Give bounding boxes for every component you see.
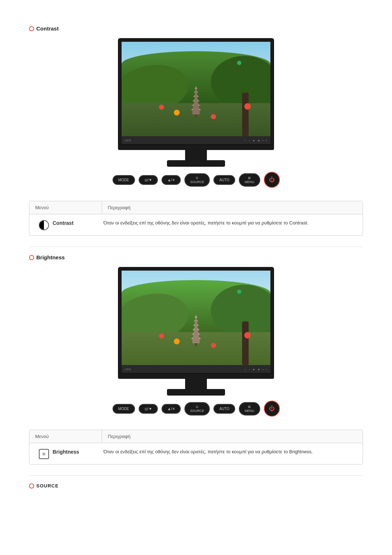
svg-rect-18 [194,330,198,335]
contrast-circle-icon [29,26,34,31]
monitor-stand-base-2 [167,389,225,396]
brightness-description: Όταν οι ενδείξεις επί της οθόνης δεν είν… [103,448,357,456]
divider-2 [29,475,363,476]
contrast-monitor: LED – – ▲ ▲ • • MODE ◎/▼ ▲/✳ ⊙ SOURCE AU… [29,38,363,188]
contrast-label: Contrast [53,219,103,226]
brightness-col-menu: Μενού [29,430,102,443]
monitor-stand-neck-1 [185,150,207,160]
nav-label-2: ◎/▼ [144,407,152,411]
monitor-stand-base-1 [167,160,225,167]
monitor-frame-1: LED – – ▲ ▲ • • [118,38,274,145]
updown-button-2[interactable]: ▲/✳ [162,404,181,414]
brightness-heading-text: Brightness [36,254,65,260]
monitor-screen-1 [122,42,270,136]
nav-button-1[interactable]: ◎/▼ [139,175,158,185]
divider-1 [29,247,363,247]
monitor-bottom-bar-1: LED – – ▲ ▲ • • [122,136,270,144]
pagoda-1 [185,81,207,117]
contrast-icon-cell [35,219,53,230]
contrast-col-menu: Μενού [29,201,102,214]
brightness-label: Brightness [53,448,103,455]
updown-label-2: ▲/✳ [167,407,175,411]
contrast-table-body: Contrast Όταν οι ενδείξεις επί της οθόνη… [29,214,363,235]
svg-rect-5 [194,101,198,106]
svg-rect-20 [195,326,197,330]
mode-label-2: MODE [118,407,129,411]
page-content: Contrast [0,0,392,510]
svg-rect-3 [193,106,199,110]
source-heading-text: SOURCE [36,483,59,489]
brightness-table-body: ✳ Brightness Όταν οι ενδείξεις επί της ο… [29,443,363,464]
contrast-table-header: Μενού Περιγραφή [29,201,363,214]
svg-rect-16 [193,335,199,339]
auto-button-1[interactable]: AUTO [213,175,235,185]
menu-button-2[interactable]: ⊞ MENU [239,402,260,416]
svg-rect-7 [195,97,197,101]
svg-marker-25 [195,315,197,318]
brightness-monitor: LED – – ▲ ▲ • • MODE ◎/▼ ▲/✳ ⊙ SOURCE AU… [29,267,363,417]
garden-scene-1 [122,42,270,136]
power-button-2[interactable]: ⏻ [264,401,280,417]
power-icon-2: ⏻ [269,405,275,412]
brightness-col-desc: Περιγραφή [102,430,363,443]
contrast-section-heading: Contrast [29,25,363,32]
contrast-heading-text: Contrast [36,25,59,32]
updown-label-1: ▲/✳ [167,178,175,182]
contrast-description: Όταν οι ενδείξεις επί της οθόνης δεν είν… [103,219,357,227]
monitor-bottom-bar-2: LED – – ▲ ▲ • • [122,365,270,373]
monitor-stand-neck-2 [185,379,207,389]
nav-label-1: ◎/▼ [144,178,152,182]
controls-row-1: MODE ◎/▼ ▲/✳ ⊙ SOURCE AUTO ⊞ MENU ⏻ [113,172,280,188]
monitor-stand-top-1 [118,145,274,150]
led-label-2: LED [124,368,131,371]
source-button-1[interactable]: ⊙ SOURCE [184,173,210,187]
monitor-dots-2: – – ▲ ▲ • • [245,368,268,371]
power-button-1[interactable]: ⏻ [264,172,280,188]
svg-marker-12 [195,86,197,89]
source-button-2[interactable]: ⊙ SOURCE [184,402,210,416]
brightness-icon: ✳ [39,449,49,459]
monitor-dots-1: – – ▲ ▲ • • [245,139,268,142]
contrast-col-desc: Περιγραφή [102,201,363,214]
mode-button-1[interactable]: MODE [113,175,135,185]
mode-button-2[interactable]: MODE [113,404,135,414]
source-section-heading: SOURCE [29,483,363,489]
mode-label-1: MODE [118,178,129,182]
brightness-section-heading: Brightness [29,254,363,260]
svg-rect-24 [195,318,197,322]
contrast-info-table: Μενού Περιγραφή Contrast Όταν οι ενδείξε… [29,201,363,236]
contrast-icon [39,220,49,230]
brightness-table-header: Μενού Περιγραφή [29,430,363,443]
brightness-circle-icon [29,255,34,260]
svg-rect-1 [192,110,200,114]
garden-scene-2 [122,271,270,365]
monitor-stand-top-2 [118,374,274,379]
source-circle-icon [29,483,34,489]
monitor-screen-2 [122,271,270,365]
auto-label-1: AUTO [219,178,229,182]
nav-button-2[interactable]: ◎/▼ [139,404,158,414]
auto-label-2: AUTO [219,407,229,411]
brightness-info-table: Μενού Περιγραφή ✳ Brightness Όταν οι ενδ… [29,430,363,465]
monitor-frame-2: LED – – ▲ ▲ • • [118,267,274,374]
svg-rect-14 [192,339,200,343]
svg-rect-11 [195,89,197,93]
power-icon-1: ⏻ [269,177,275,183]
menu-button-1[interactable]: ⊞ MENU [239,173,260,187]
pagoda-2 [185,310,207,346]
auto-button-2[interactable]: AUTO [213,404,235,414]
updown-button-1[interactable]: ▲/✳ [162,175,181,185]
brightness-icon-cell: ✳ [35,448,53,459]
led-label-1: LED [124,139,131,142]
controls-row-2: MODE ◎/▼ ▲/✳ ⊙ SOURCE AUTO ⊞ MENU ⏻ [113,401,280,417]
